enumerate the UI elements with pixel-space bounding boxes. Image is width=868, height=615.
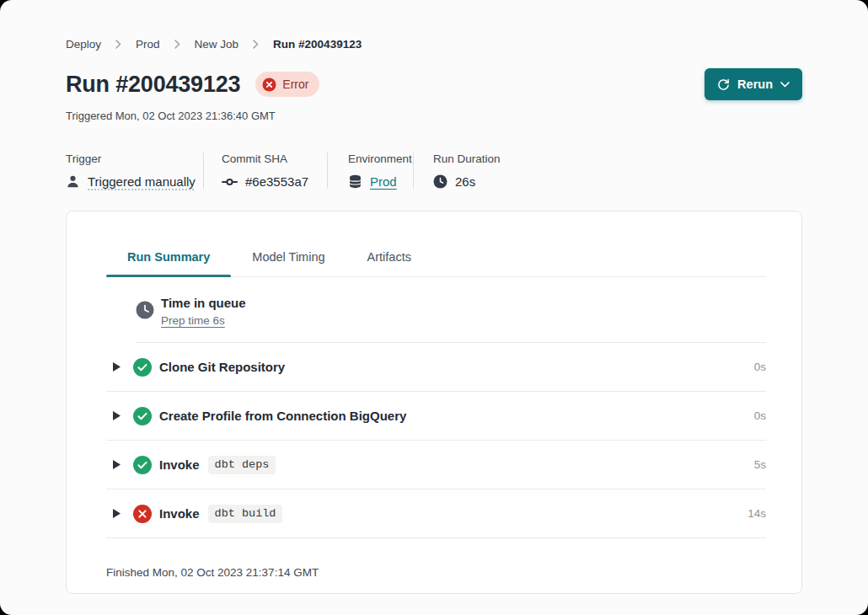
meta-trigger-label: Trigger xyxy=(66,152,203,165)
success-check-icon xyxy=(133,358,152,377)
error-circle-icon xyxy=(133,505,152,523)
breadcrumb-new-job[interactable]: New Job xyxy=(195,38,239,51)
refresh-icon xyxy=(717,78,730,91)
run-duration-value: 26s xyxy=(455,174,475,189)
run-meta-row: Trigger Triggered manually Commit SHA #6… xyxy=(0,152,868,189)
time-in-queue-row: Time in queue Prep time 6s xyxy=(136,277,766,343)
breadcrumb-deploy[interactable]: Deploy xyxy=(66,38,101,51)
step-command-chip: dbt deps xyxy=(208,456,276,474)
tab-model-timing[interactable]: Model Timing xyxy=(231,250,346,276)
title-row: Run #200439123 Error Rerun xyxy=(0,68,868,100)
step-row-create-profile[interactable]: Create Profile from Connection BigQuery … xyxy=(106,392,766,441)
step-label: Clone Git Repository xyxy=(159,360,285,374)
caret-right-icon[interactable] xyxy=(113,411,121,420)
tab-run-summary[interactable]: Run Summary xyxy=(106,250,231,276)
environment-link[interactable]: Prod xyxy=(370,174,397,189)
meta-environment: Environment Prod xyxy=(328,152,413,189)
step-duration: 0s xyxy=(754,409,766,422)
meta-trigger: Trigger Triggered manually xyxy=(66,152,203,189)
caret-right-icon[interactable] xyxy=(113,509,121,518)
git-commit-icon xyxy=(222,177,238,187)
step-duration: 14s xyxy=(747,507,766,520)
caret-right-icon[interactable] xyxy=(113,460,121,469)
chevron-right-icon xyxy=(253,40,259,49)
success-check-icon xyxy=(133,456,152,474)
time-in-queue-title: Time in queue xyxy=(161,296,246,310)
step-row-dbt-build[interactable]: Invoke dbt build 14s xyxy=(106,489,766,538)
page-title: Run #200439123 xyxy=(66,72,240,98)
step-row-clone-git[interactable]: Clone Git Repository 0s xyxy=(106,343,766,392)
clock-icon xyxy=(136,301,154,319)
prep-time-link[interactable]: Prep time 6s xyxy=(161,314,246,327)
success-check-icon xyxy=(133,407,152,425)
rerun-button[interactable]: Rerun xyxy=(705,68,802,100)
caret-right-icon[interactable] xyxy=(113,362,121,372)
error-circle-icon xyxy=(262,78,276,92)
chevron-right-icon xyxy=(174,40,180,49)
breadcrumb-current-run: Run #200439123 xyxy=(273,38,362,51)
tab-artifacts[interactable]: Artifacts xyxy=(346,250,432,276)
meta-duration-label: Run Duration xyxy=(433,152,501,165)
breadcrumb-prod[interactable]: Prod xyxy=(136,38,160,51)
step-label: Invoke xyxy=(159,506,200,521)
step-label: Create Profile from Connection BigQuery xyxy=(159,409,406,423)
breadcrumb: Deploy Prod New Job Run #200439123 xyxy=(0,0,868,51)
step-label: Invoke xyxy=(159,457,200,472)
step-row-dbt-deps[interactable]: Invoke dbt deps 5s xyxy=(106,441,766,489)
step-duration: 0s xyxy=(754,361,766,373)
database-icon xyxy=(348,174,362,189)
trigger-value[interactable]: Triggered manually xyxy=(88,174,196,189)
commit-sha-value: #6e3553a7 xyxy=(245,174,308,189)
chevron-right-icon xyxy=(115,40,121,49)
clock-icon xyxy=(433,174,447,189)
rerun-button-label: Rerun xyxy=(737,78,773,91)
step-command-chip: dbt build xyxy=(208,505,283,523)
person-icon xyxy=(66,174,80,189)
status-badge: Error xyxy=(255,72,319,97)
meta-duration: Run Duration 26s xyxy=(414,152,501,189)
meta-environment-label: Environment xyxy=(348,152,413,165)
chevron-down-icon xyxy=(780,82,790,88)
step-duration: 5s xyxy=(754,458,766,471)
triggered-timestamp: Triggered Mon, 02 Oct 2023 21:36:40 GMT xyxy=(0,110,868,122)
run-detail-page: Deploy Prod New Job Run #200439123 Run #… xyxy=(0,0,868,615)
finished-timestamp: Finished Mon, 02 Oct 2023 21:37:14 GMT xyxy=(106,538,766,579)
tabs: Run Summary Model Timing Artifacts xyxy=(106,250,766,277)
run-summary-card: Run Summary Model Timing Artifacts Time … xyxy=(66,211,802,594)
meta-commit: Commit SHA #6e3553a7 xyxy=(204,152,327,189)
status-badge-label: Error xyxy=(282,78,308,91)
meta-commit-label: Commit SHA xyxy=(222,152,327,165)
